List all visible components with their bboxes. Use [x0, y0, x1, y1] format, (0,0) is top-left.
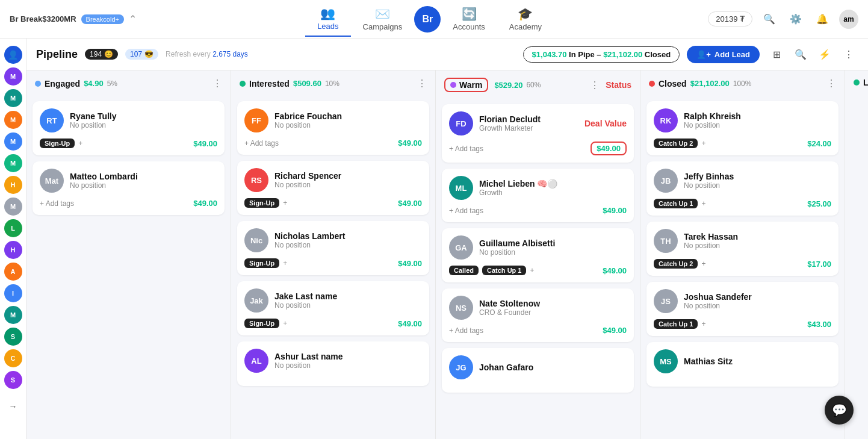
nav-points[interactable]: 20139 ₮: [708, 11, 752, 26]
plan-badge[interactable]: Breakcold+: [81, 14, 124, 24]
sidebar-avatar-9[interactable]: A: [4, 263, 22, 281]
sidebar-avatar-11[interactable]: M: [4, 306, 22, 324]
card-add-tag-btn[interactable]: +: [283, 199, 287, 207]
expand-icon[interactable]: ⌃: [129, 13, 137, 25]
grid-view-btn[interactable]: ⊞: [767, 45, 786, 64]
card-fabrice-fouchan[interactable]: FF Fabrice Fouchan No position + Add tag…: [237, 101, 429, 155]
card-add-tag-btn[interactable]: +: [283, 319, 287, 328]
card-position: No position: [274, 121, 342, 129]
nav-campaigns[interactable]: ✉️ Campaigns: [351, 2, 415, 36]
card-position: No position: [70, 181, 138, 190]
card-ralph-khreish[interactable]: RK Ralph Khreish No position Catch Up 2 …: [646, 101, 839, 155]
interested-pct: 10%: [325, 79, 339, 88]
card-tarek-hassan[interactable]: TH Tarek Hassan No position Catch Up 2 +…: [646, 222, 839, 276]
pipeline-count2-icon: 😎: [144, 50, 153, 58]
card-tag-signup[interactable]: Sign-Up: [244, 319, 279, 328]
notifications-btn[interactable]: 🔔: [813, 10, 832, 29]
closed-more-icon[interactable]: ⋮: [826, 78, 836, 89]
refresh-link[interactable]: 2.675 days: [212, 50, 248, 58]
card-add-tag-btn[interactable]: +: [701, 199, 705, 208]
card-bottom: + Add tags $49.00: [244, 139, 422, 148]
card-add-tag-btn[interactable]: +: [283, 259, 287, 267]
search-nav-btn[interactable]: 🔍: [760, 10, 779, 29]
card-ashur-lastname[interactable]: AL Ashur Last name No position: [237, 341, 429, 386]
card-nate-stoltenow[interactable]: NS Nate Stoltenow CRO & Founder + Add ta…: [442, 288, 634, 342]
card-ryane-tully[interactable]: RT Ryane Tully No position Sign-Up + $49…: [33, 101, 225, 155]
card-info: Ralph Khreish No position: [684, 111, 741, 129]
closed-title: Closed: [659, 79, 687, 89]
card-add-tag-btn[interactable]: +: [78, 139, 82, 148]
left-sidebar: 👤 M M M M M H M L H A I M S C S →: [0, 39, 26, 439]
card-bottom: Called Catch Up 1 + $49.00: [449, 266, 627, 275]
warm-more-icon[interactable]: ⋮: [590, 79, 600, 91]
card-add-tag-btn[interactable]: + Add tags: [449, 326, 483, 335]
sidebar-avatar-7[interactable]: L: [4, 219, 22, 237]
sidebar-avatar-2[interactable]: M: [4, 111, 22, 129]
card-florian-decludt[interactable]: FD Florian Decludt Growth Marketer Deal …: [442, 104, 634, 163]
card-jeffy-binhas[interactable]: JB Jeffy Binhas No position Catch Up 1 +…: [646, 161, 839, 216]
filter-btn[interactable]: ⚡: [815, 45, 834, 64]
card-johan-gafaro[interactable]: JG Johan Gafaro: [442, 348, 634, 393]
settings-btn[interactable]: ⚙️: [786, 10, 805, 29]
card-add-tag-btn[interactable]: +: [701, 320, 705, 328]
engaged-title: Engaged: [45, 79, 80, 89]
sidebar-avatar-0[interactable]: M: [4, 67, 22, 86]
add-lead-button[interactable]: 👤+ Add Lead: [687, 46, 760, 63]
sidebar-avatar-10[interactable]: I: [4, 284, 22, 302]
card-tag-catchup1[interactable]: Catch Up 1: [654, 319, 698, 329]
card-richard-spencer[interactable]: RS Richard Spencer No position Sign-Up +…: [237, 161, 429, 215]
card-tag-catchup2[interactable]: Catch Up 2: [654, 139, 698, 148]
card-info: Joshua Sandefer No position: [684, 292, 752, 310]
sidebar-avatar-1[interactable]: M: [4, 89, 22, 107]
card-add-tag-btn[interactable]: + Add tags: [449, 145, 483, 153]
engaged-pct: 5%: [107, 79, 117, 88]
sidebar-avatar-3[interactable]: M: [4, 132, 22, 151]
more-btn[interactable]: ⋮: [839, 45, 858, 64]
card-joshua-sandefer[interactable]: JS Joshua Sandefer No position Catch Up …: [646, 282, 839, 336]
col-warm-cards: FD Florian Decludt Growth Marketer Deal …: [436, 99, 640, 439]
sidebar-nav-arrow[interactable]: →: [4, 397, 22, 416]
card-tag-called[interactable]: Called: [449, 266, 479, 275]
card-tag-catchup2[interactable]: Catch Up 2: [654, 259, 698, 269]
card-nicholas-lambert[interactable]: Nic Nicholas Lambert No position Sign-Up…: [237, 221, 429, 275]
nav-logo[interactable]: Br: [414, 6, 441, 33]
card-jake-lastname[interactable]: Jak Jake Last name No position Sign-Up +…: [237, 281, 429, 335]
sidebar-avatar-12[interactable]: S: [4, 328, 22, 346]
sidebar-avatar-14[interactable]: S: [4, 371, 22, 389]
card-guillaume-albisetti[interactable]: GA Guillaume Albisetti No position Calle…: [442, 228, 634, 282]
card-add-tag-btn[interactable]: + Add tags: [40, 199, 74, 208]
card-top: RK Ralph Khreish No position: [654, 108, 831, 132]
card-add-tag-btn[interactable]: + Add tags: [244, 139, 279, 148]
engaged-more-icon[interactable]: ⋮: [212, 78, 222, 89]
sidebar-users-icon[interactable]: 👤: [4, 46, 22, 64]
interested-more-icon[interactable]: ⋮: [417, 78, 427, 89]
card-tag-signup[interactable]: Sign-Up: [244, 198, 279, 208]
card-add-tag-btn[interactable]: + Add tags: [449, 207, 483, 215]
pipeline-title: Pipeline: [36, 48, 78, 61]
card-matteo-lombardi[interactable]: Mat Matteo Lombardi No position + Add ta…: [33, 161, 225, 215]
card-mathias-sitz[interactable]: MS Mathias Sitz: [646, 342, 839, 387]
col-interested: Interested $509.60 10% ⋮ FF Fabrice Fouc…: [231, 70, 436, 439]
card-michel-lieben[interactable]: ML Michel Lieben 🧠⚪ Growth + Add tags $4…: [442, 169, 634, 222]
search-btn[interactable]: 🔍: [791, 45, 810, 64]
chat-button[interactable]: 💬: [825, 396, 854, 425]
card-tag-catchup1[interactable]: Catch Up 1: [482, 266, 526, 275]
card-bottom: + Add tags $49.00: [40, 199, 217, 208]
card-tag-signup[interactable]: Sign-Up: [244, 258, 279, 268]
sidebar-avatar-5[interactable]: H: [4, 176, 22, 194]
sidebar-avatar-13[interactable]: C: [4, 349, 22, 367]
nav-academy-label: Academy: [509, 22, 542, 31]
user-avatar[interactable]: am: [839, 10, 858, 29]
sidebar-avatar-6[interactable]: M: [4, 198, 22, 216]
sidebar-avatar-4[interactable]: M: [4, 154, 22, 172]
card-add-tag-btn[interactable]: +: [701, 139, 705, 148]
warm-amount: $529.20: [494, 81, 522, 90]
card-add-tag-btn[interactable]: +: [530, 266, 534, 275]
nav-leads[interactable]: 👥 Leads: [305, 1, 350, 37]
card-tag-signup[interactable]: Sign-Up: [40, 139, 75, 148]
card-tag-catchup1[interactable]: Catch Up 1: [654, 199, 698, 208]
sidebar-avatar-8[interactable]: H: [4, 241, 22, 259]
nav-academy[interactable]: 🎓 Academy: [497, 2, 554, 36]
nav-accounts[interactable]: 🔄 Accounts: [441, 2, 497, 36]
card-add-tag-btn[interactable]: +: [701, 260, 705, 268]
